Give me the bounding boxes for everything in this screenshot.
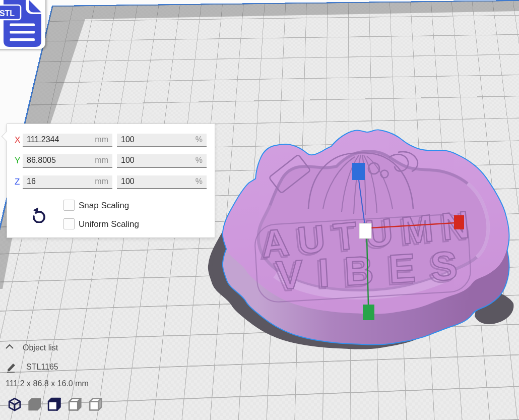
svg-text:STL: STL: [0, 9, 15, 18]
